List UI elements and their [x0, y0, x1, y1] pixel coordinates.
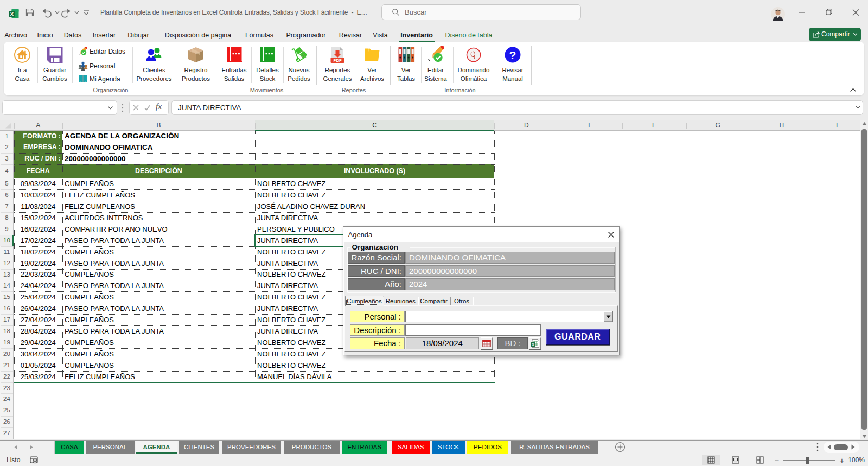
svg-text:X: X: [532, 343, 534, 347]
svg-text:PDF: PDF: [334, 58, 342, 63]
svg-text:?: ?: [509, 49, 516, 61]
svg-text:X: X: [10, 11, 14, 17]
